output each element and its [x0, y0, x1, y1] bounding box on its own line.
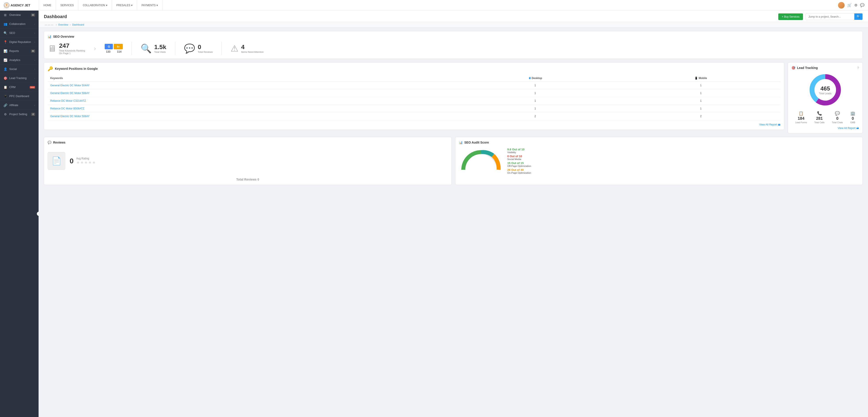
reviews-icon: 💬: [48, 141, 51, 144]
search-button[interactable]: 🔍: [854, 13, 863, 20]
page-header-right: + Buy Services 🔍: [778, 13, 863, 20]
seo-overview-card: 📊 SEO Overview 🖥 247 Total Keywords Rank…: [44, 31, 863, 59]
seo-overview-icon: 📊: [48, 35, 51, 38]
sidebar-item-crm[interactable]: 📋 CRM New: [0, 83, 38, 92]
donut-container: 465 Total Leads: [792, 72, 859, 107]
keywords-monitor-icon: 🖥: [48, 44, 56, 54]
google-bar: G: [105, 44, 113, 49]
keyword-lead-row: 🔑 Keyword Positions in Google Keywords 🖥…: [44, 62, 863, 133]
sidebar-item-seo[interactable]: 🔍 SEO ›: [0, 29, 38, 38]
attention-monitor-icon: ⚠: [230, 43, 239, 54]
lead-card-title: 🎯 Lead Tracking: [792, 66, 818, 70]
breadcrumb-dashboard[interactable]: Dashboard: [72, 23, 84, 26]
bing-bar: b›: [114, 44, 123, 49]
sidebar-item-overview[interactable]: ⊞ Overview D: [0, 10, 38, 20]
lead-view-all: View All Report 🏔: [792, 126, 859, 130]
reviews-monitor-icon: 💬: [184, 43, 195, 54]
keyword-table: Keywords 🖥 Desktop 📱 Mobile: [48, 75, 780, 120]
seo-audit-title: 📊 SEO Audit Score: [459, 141, 859, 144]
nav-presales[interactable]: PRESALES ▾: [112, 0, 137, 10]
buy-services-button[interactable]: + Buy Services: [778, 13, 803, 20]
analytics-icon: 📈: [3, 58, 7, 62]
nav-payments[interactable]: PAYMENTS ▾: [137, 0, 162, 10]
donut-chart: 465 Total Leads: [808, 72, 843, 107]
table-row: Reliance DC Motor C3214ATZ 1 1: [48, 97, 780, 105]
crm-icon: 📋: [3, 85, 7, 89]
sidebar-item-affiliate[interactable]: 🔗 Affiliate ›: [0, 101, 38, 110]
help-icon[interactable]: ?: [857, 66, 859, 70]
search-bar: 🔍: [806, 13, 863, 20]
sidebar-item-ppc-dashboard[interactable]: 📱 PPC Dashboard: [0, 92, 38, 101]
keyword-link-1[interactable]: General Electric DC Motor 504AY: [50, 84, 90, 87]
keyword-col: 🔑 Keyword Positions in Google Keywords 🖥…: [44, 62, 784, 133]
project-setting-icon: ⚙: [3, 112, 7, 116]
seo-arrow: ›: [94, 45, 96, 52]
lead-stats: 📋 184 Lead Forms 📞 281 Total Calls 💬 0: [792, 111, 859, 124]
seo-divider-3: [221, 42, 222, 55]
lead-tracking-title-icon: 🎯: [792, 66, 795, 70]
overview-icon: ⊞: [3, 13, 7, 17]
sidebar-item-analytics[interactable]: 📈 Analytics ›: [0, 56, 38, 65]
lead-view-all-link[interactable]: View All Report 🏔: [838, 127, 859, 130]
lead-stat-chats: 💬 0 Total Chats: [832, 111, 843, 124]
lead-forms-icon: 📋: [799, 111, 803, 116]
keyword-icon: 🔑: [48, 66, 53, 71]
keyword-positions-card: 🔑 Keyword Positions in Google Keywords 🖥…: [44, 62, 784, 130]
keyword-link-4[interactable]: Reliance DC Motor B508ATZ: [50, 107, 85, 110]
lead-tracking-icon: 🎯: [3, 76, 7, 80]
search-input[interactable]: [806, 14, 854, 20]
lead-gmb-icon: 🏢: [850, 111, 855, 116]
top-nav: AGENCY JET HOME SERVICES COLLABORATION ▾…: [0, 0, 868, 10]
audit-score-visibility: 9.6 Out of 10 Visibility: [507, 148, 859, 154]
seo-attention-stat: ⚠ 4 Items Need Attention: [230, 43, 264, 54]
review-stats: 0 Avg Rating ★★★★★: [70, 157, 96, 165]
lead-stat-forms: 📋 184 Lead Forms: [795, 111, 807, 124]
sidebar-item-project-setting[interactable]: ⚙ Project Setting Z: [0, 110, 38, 119]
social-icon: 👤: [3, 67, 7, 71]
reviews-audit-row: 💬 Reviews 📄 0 Avg Rating ★★★★★: [44, 137, 863, 188]
keyword-link-5[interactable]: General Electric DC Motor 508AY: [50, 115, 90, 118]
table-row: General Electric DC Motor 508AY 2 2: [48, 112, 780, 120]
audit-grid: 9.6 Out of 10 Visibility 0 Out of 10 Soc…: [459, 148, 859, 175]
keyword-link-2[interactable]: General Electric DC Motor 506AY: [50, 92, 90, 95]
view-all-report: View All Report 🏔: [48, 123, 780, 126]
lead-calls-icon: 📞: [817, 111, 822, 116]
seo-keywords-stat: 🖥 247 Total Keywords Ranking On Page 1: [48, 42, 85, 55]
lead-chats-icon: 💬: [835, 111, 840, 116]
cart-icon[interactable]: 🛒: [847, 3, 852, 7]
logo[interactable]: AGENCY JET: [3, 2, 39, 8]
sidebar: ‹ ⊞ Overview D 👥 Collaboration › 🔍 SEO ›…: [0, 10, 38, 417]
engine-bars: G b›: [105, 44, 123, 49]
seo-icon: 🔍: [3, 31, 7, 35]
chat-icon[interactable]: 💬: [860, 3, 865, 7]
review-image: 📄: [48, 152, 65, 170]
desktop-icon: 🖥: [528, 77, 532, 80]
engine-nums: 133 114: [106, 50, 121, 53]
audit-icon: 📊: [459, 141, 463, 144]
col-mobile: 📱 Mobile: [621, 75, 780, 82]
sidebar-item-digital-reputation[interactable]: 📍 Digital Reputation ›: [0, 38, 38, 47]
sidebar-collapse-button[interactable]: ‹: [37, 212, 38, 216]
nav-home[interactable]: HOME: [39, 0, 56, 10]
lead-tracking-card: 🎯 Lead Tracking ?: [788, 62, 863, 133]
sidebar-item-collaboration[interactable]: 👥 Collaboration ›: [0, 20, 38, 29]
table-row: General Electric DC Motor 506AY 1 1: [48, 90, 780, 97]
page-header: Dashboard + Buy Services 🔍: [38, 10, 868, 22]
nav-collaboration[interactable]: COLLABORATION ▾: [78, 0, 112, 10]
audit-scores: 9.6 Out of 10 Visibility 0 Out of 10 Soc…: [507, 148, 859, 175]
lead-stat-gmb: 🏢 0 GMB: [850, 111, 856, 124]
avatar[interactable]: [838, 2, 845, 9]
breadcrumb-overview[interactable]: Overview: [58, 23, 68, 26]
seo-audit-card: 📊 SEO Audit Score: [455, 137, 863, 185]
keyword-link-3[interactable]: Reliance DC Motor C3214ATZ: [50, 99, 86, 102]
seo-reviews-stat: 💬 0 Total Reviews: [184, 43, 213, 54]
nav-services[interactable]: SERVICES: [56, 0, 78, 10]
sidebar-item-reports[interactable]: 📊 Reports R: [0, 47, 38, 56]
view-all-report-link[interactable]: View All Report 🏔: [760, 123, 781, 126]
col-keywords: Keywords: [48, 75, 449, 82]
sidebar-item-social[interactable]: 👤 Social ›: [0, 65, 38, 74]
avg-rating: 0 Avg Rating ★★★★★: [70, 157, 96, 165]
settings-icon[interactable]: ⚙: [854, 3, 858, 7]
keyword-positions-title: 🔑 Keyword Positions in Google: [48, 66, 780, 71]
sidebar-item-lead-tracking[interactable]: 🎯 Lead Tracking ›: [0, 74, 38, 83]
